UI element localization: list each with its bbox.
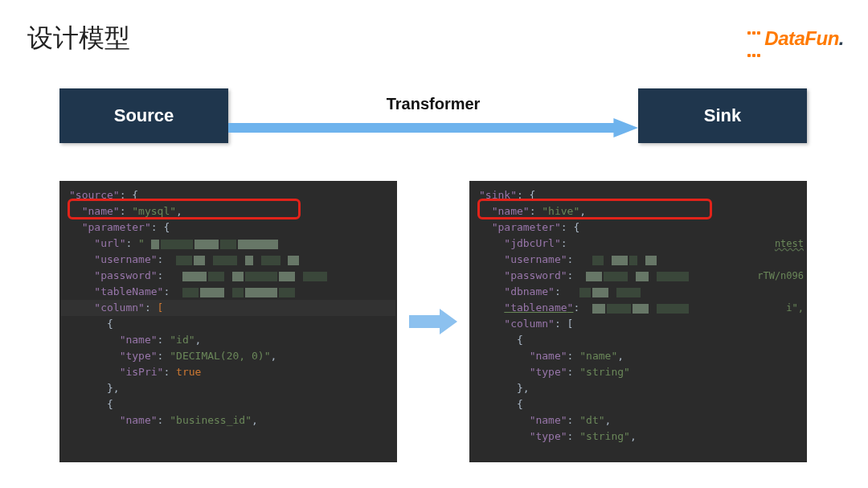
code-panels: "source": { "name": "mysql", "parameter"… <box>59 181 807 462</box>
snk-key-tablename: tablename <box>510 301 567 314</box>
snk-key-column: column <box>510 318 548 330</box>
snk-col2-type-val: string <box>586 430 624 442</box>
snk-col2-type-key: type <box>535 430 560 442</box>
snk-jdbcurl-partial: ntest <box>775 236 804 252</box>
src-key-parameter: parameter <box>88 221 144 233</box>
mid-arrow <box>397 181 469 462</box>
logo-period: . <box>839 27 844 49</box>
snk-col2-name-val: dt <box>586 414 599 426</box>
snk-col1-type-val: string <box>586 366 624 378</box>
snk-tablename-partial: i", <box>786 300 804 316</box>
src-col2-name-val: business_id <box>176 414 245 426</box>
src-col1-type-key: type <box>125 350 150 362</box>
src-key-password: password <box>100 269 151 281</box>
highlight-box-source <box>68 199 301 219</box>
snk-key-password: password <box>510 269 561 281</box>
svg-marker-0 <box>228 118 638 137</box>
snk-key-dbname: dbname <box>510 285 548 297</box>
flow-sink-box: Sink <box>638 88 807 143</box>
slide-title: 设计模型 <box>27 21 130 56</box>
flow-source-box: Source <box>59 88 228 143</box>
snk-col1-name-key: name <box>535 350 560 362</box>
svg-marker-1 <box>409 309 457 334</box>
src-col1-type-val: DECIMAL(20, 0) <box>176 350 264 362</box>
snk-key-parameter: parameter <box>497 221 554 233</box>
src-col1-name-val: id <box>176 334 189 346</box>
source-code-block: "source": { "name": "mysql", "parameter"… <box>59 181 397 462</box>
flow-diagram: Source Transformer Sink <box>59 88 807 143</box>
src-col1-ispri-key: isPri <box>125 366 157 378</box>
src-col1-ispri-val: true <box>176 366 201 378</box>
src-key-url: url <box>100 237 119 249</box>
logo-text: DataFun <box>764 27 839 49</box>
snk-password-partial: rTW/n096 <box>757 268 804 284</box>
snk-col2-name-key: name <box>535 414 560 426</box>
src-col1-name-key: name <box>125 334 150 346</box>
snk-key-jdbcurl: jdbcUrl <box>510 237 555 249</box>
arrow-right-icon <box>409 306 457 338</box>
src-col2-name-key: name <box>125 414 150 426</box>
logo-dots-icon <box>747 18 761 63</box>
snk-key-username: username <box>510 253 561 265</box>
src-key-username: username <box>100 253 151 265</box>
sink-code-block: "sink": { "name": "hive", "parameter": {… <box>469 181 807 462</box>
src-key-column: column <box>100 301 138 314</box>
logo: DataFun. <box>747 18 844 63</box>
snk-col1-type-key: type <box>535 366 560 378</box>
src-key-tablename: tableName <box>100 285 157 297</box>
snk-col1-name-val: name <box>586 350 611 362</box>
flow-arrow-section: Transformer <box>228 95 638 137</box>
arrow-right-icon <box>228 118 638 137</box>
highlight-box-sink <box>477 199 712 219</box>
flow-transformer-label: Transformer <box>387 95 481 113</box>
